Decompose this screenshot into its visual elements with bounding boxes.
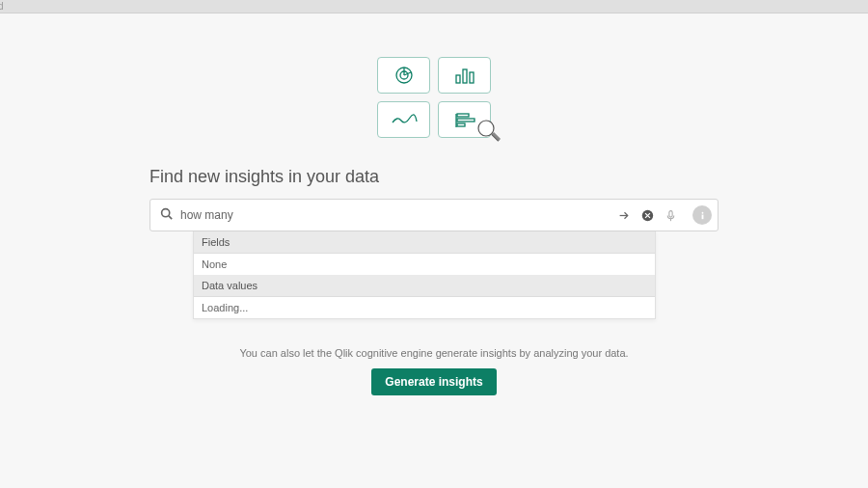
dropdown-fields-header: Fields bbox=[194, 231, 655, 254]
svg-rect-6 bbox=[457, 114, 469, 117]
top-bar: d bbox=[0, 0, 868, 14]
svg-rect-2 bbox=[456, 75, 460, 83]
svg-rect-4 bbox=[470, 72, 474, 83]
dropdown-datavalues-value: Loading... bbox=[194, 297, 655, 318]
main-area: Find new insights in your data bbox=[0, 14, 868, 395]
svg-rect-3 bbox=[463, 69, 467, 83]
page-heading: Find new insights in your data bbox=[149, 167, 719, 187]
svg-rect-7 bbox=[457, 119, 475, 122]
submit-arrow-icon[interactable] bbox=[617, 208, 631, 222]
svg-line-13 bbox=[169, 216, 172, 219]
dropdown-datavalues-header: Data values bbox=[194, 275, 655, 297]
clear-icon[interactable] bbox=[640, 208, 654, 222]
hint-text: You can also let the Qlik cognitive engi… bbox=[149, 347, 719, 359]
line-chart-icon bbox=[377, 101, 430, 138]
generate-insights-button[interactable]: Generate insights bbox=[371, 368, 496, 395]
svg-point-9 bbox=[478, 121, 494, 136]
search-box bbox=[149, 199, 719, 231]
bar-chart-icon bbox=[438, 57, 491, 94]
search-actions bbox=[617, 205, 712, 225]
suggestion-dropdown: Fields None Data values Loading... bbox=[193, 231, 656, 319]
svg-rect-8 bbox=[457, 123, 465, 126]
magnifier-icon bbox=[475, 118, 502, 148]
svg-point-20 bbox=[701, 211, 703, 213]
svg-rect-21 bbox=[701, 214, 703, 219]
svg-point-12 bbox=[162, 209, 170, 217]
svg-rect-18 bbox=[668, 210, 671, 217]
microphone-icon[interactable] bbox=[664, 208, 677, 222]
search-container: Fields None Data values Loading... bbox=[149, 199, 719, 231]
info-icon[interactable] bbox=[692, 205, 712, 225]
chart-icon-grid bbox=[371, 57, 497, 138]
top-bar-fragment: d bbox=[0, 1, 4, 12]
search-icon bbox=[160, 207, 173, 223]
dropdown-fields-value[interactable]: None bbox=[194, 254, 655, 275]
search-input[interactable] bbox=[180, 208, 610, 222]
hint-section: You can also let the Qlik cognitive engi… bbox=[149, 347, 719, 395]
pie-chart-icon bbox=[377, 57, 430, 94]
